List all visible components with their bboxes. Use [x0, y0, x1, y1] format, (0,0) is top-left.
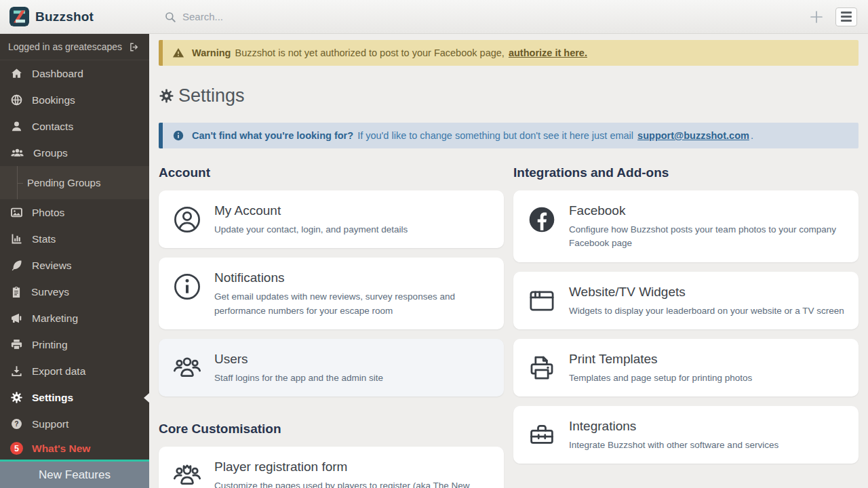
section-heading-core-customisation: Core Customisation — [159, 422, 504, 436]
home-icon — [10, 67, 23, 80]
sidebar: Logged in as greatescapes Dashboard Book… — [0, 34, 149, 488]
card-player-registration-form[interactable]: Player registration form Customize the p… — [159, 447, 504, 488]
info-circle-icon — [172, 272, 202, 302]
svg-text:?: ? — [14, 420, 18, 428]
sidebar-item-marketing[interactable]: Marketing — [0, 305, 149, 331]
feather-icon — [10, 259, 23, 272]
authorize-link[interactable]: authorize it here. — [509, 47, 587, 58]
megaphone-icon — [10, 312, 23, 325]
toolbox-icon — [527, 420, 557, 450]
globe-icon — [10, 94, 23, 106]
sidebar-item-groups[interactable]: Groups — [0, 140, 149, 166]
photos-icon — [10, 206, 23, 219]
sidebar-item-settings[interactable]: Settings — [0, 384, 149, 411]
plus-icon[interactable] — [808, 9, 825, 25]
card-notifications[interactable]: Notifications Get email updates with new… — [159, 258, 504, 329]
section-heading-integrations: Integrations and Add-ons — [513, 165, 859, 180]
search-bar[interactable] — [164, 11, 808, 23]
hamburger-menu-button[interactable] — [835, 7, 857, 26]
search-icon — [164, 11, 176, 23]
sidebar-item-dashboard[interactable]: Dashboard — [0, 60, 149, 87]
gear-icon — [159, 88, 174, 104]
sidebar-item-printing[interactable]: Printing — [0, 331, 149, 358]
info-text: Can't find what you're looking for? If y… — [191, 130, 753, 141]
stats-icon — [10, 232, 23, 245]
card-integrations[interactable]: Integrations Integrate Buzzshot with oth… — [513, 406, 859, 464]
buzzshot-logo-icon — [9, 7, 29, 26]
main-content: Warning Buzzshot is not yet authorized t… — [149, 34, 868, 488]
card-my-account[interactable]: My Account Update your contact, login, a… — [159, 190, 504, 248]
info-banner: Can't find what you're looking for? If y… — [159, 123, 859, 148]
search-input[interactable] — [182, 11, 467, 22]
card-facebook[interactable]: Facebook Configure how Buzzshot posts yo… — [513, 190, 859, 262]
question-icon: ? — [10, 418, 23, 430]
browser-icon — [527, 286, 557, 316]
sidebar-item-export-data[interactable]: Export data — [0, 358, 149, 384]
top-header: Buzzshot — [0, 0, 868, 34]
section-heading-account: Account — [159, 165, 504, 180]
sidebar-item-bookings[interactable]: Bookings — [0, 87, 149, 113]
printer-icon — [10, 338, 23, 351]
whats-new-badge: 5 — [10, 442, 23, 455]
clipboard-icon — [10, 286, 22, 298]
info-icon — [172, 129, 184, 142]
logged-in-row: Logged in as greatescapes — [0, 34, 149, 60]
sidebar-item-surveys[interactable]: Surveys — [0, 279, 149, 305]
sign-out-icon[interactable] — [128, 41, 140, 53]
sidebar-item-photos[interactable]: Photos — [0, 199, 149, 226]
left-column: Account My Account Update your contact, … — [159, 165, 504, 488]
right-column: Integrations and Add-ons Facebook Config… — [513, 165, 859, 488]
facebook-icon — [527, 205, 557, 235]
download-icon — [10, 365, 23, 378]
sidebar-item-contacts[interactable]: Contacts — [0, 113, 149, 140]
page-title: Settings — [159, 85, 859, 106]
card-website-tv-widgets[interactable]: Website/TV Widgets Widgets to display yo… — [513, 272, 859, 329]
card-users[interactable]: Users Staff logins for the app and the a… — [159, 339, 504, 396]
logged-in-label: Logged in as greatescapes — [8, 41, 122, 52]
warning-text: Warning Buzzshot is not yet authorized t… — [191, 47, 589, 58]
users-icon — [172, 353, 202, 383]
support-email-link[interactable]: support@buzzshot.com — [637, 130, 749, 141]
new-features-button[interactable]: New Features — [0, 460, 149, 488]
person-icon — [10, 120, 23, 133]
sidebar-item-stats[interactable]: Stats — [0, 226, 149, 252]
warning-banner: Warning Buzzshot is not yet authorized t… — [159, 40, 859, 66]
crown-users-icon — [172, 461, 202, 488]
warning-icon — [172, 47, 184, 59]
card-print-templates[interactable]: Print Templates Templates and page setup… — [513, 339, 859, 396]
sidebar-item-support[interactable]: ? Support — [0, 411, 149, 437]
people-icon — [10, 146, 24, 160]
gear-icon — [10, 391, 23, 404]
sidebar-item-pending-groups[interactable]: Pending Groups — [0, 166, 149, 199]
printer-outline-icon — [527, 353, 557, 383]
sidebar-item-reviews[interactable]: Reviews — [0, 252, 149, 279]
brand-name: Buzzshot — [35, 9, 94, 24]
user-circle-icon — [172, 205, 202, 235]
sidebar-item-whats-new[interactable]: 5 What's New — [0, 437, 149, 460]
sidebar-nav: Dashboard Bookings Contacts Groups — [0, 60, 149, 460]
brand[interactable]: Buzzshot — [0, 7, 149, 26]
